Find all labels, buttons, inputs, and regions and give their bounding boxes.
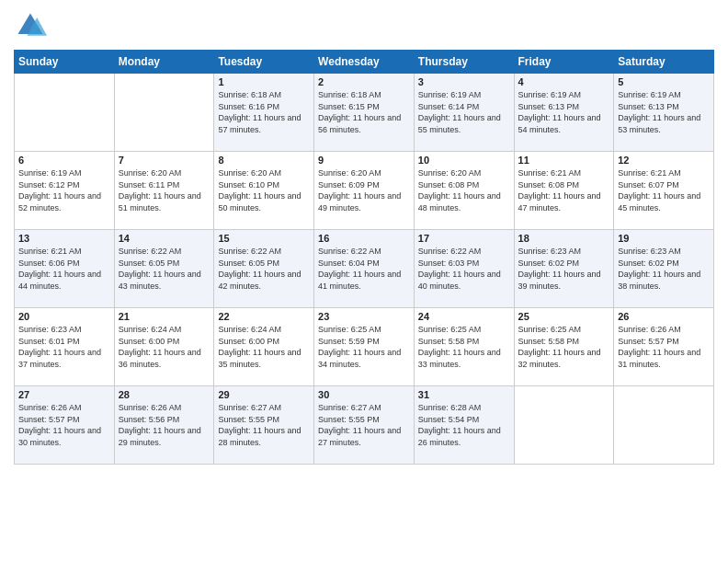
day-cell: 29Sunrise: 6:27 AMSunset: 5:55 PMDayligh… — [214, 386, 314, 465]
day-cell: 31Sunrise: 6:28 AMSunset: 5:54 PMDayligh… — [414, 386, 514, 465]
week-row-3: 13Sunrise: 6:21 AMSunset: 6:06 PMDayligh… — [15, 230, 714, 308]
day-cell: 5Sunrise: 6:19 AMSunset: 6:13 PMDaylight… — [614, 74, 714, 152]
day-number: 5 — [618, 76, 710, 87]
logo-icon — [14, 9, 47, 42]
day-cell: 6Sunrise: 6:19 AMSunset: 6:12 PMDaylight… — [15, 152, 115, 230]
day-number: 26 — [618, 311, 710, 322]
day-info: Sunrise: 6:27 AMSunset: 5:55 PMDaylight:… — [218, 402, 310, 448]
day-info: Sunrise: 6:23 AMSunset: 6:02 PMDaylight:… — [518, 246, 610, 292]
day-info: Sunrise: 6:22 AMSunset: 6:05 PMDaylight:… — [119, 246, 210, 292]
header-cell-wednesday: Wednesday — [314, 51, 415, 74]
day-cell: 18Sunrise: 6:23 AMSunset: 6:02 PMDayligh… — [514, 230, 614, 308]
day-number: 18 — [518, 233, 610, 244]
week-row-5: 27Sunrise: 6:26 AMSunset: 5:57 PMDayligh… — [15, 386, 714, 465]
day-number: 17 — [418, 233, 510, 244]
day-info: Sunrise: 6:22 AMSunset: 6:03 PMDaylight:… — [418, 246, 510, 292]
day-info: Sunrise: 6:25 AMSunset: 5:58 PMDaylight:… — [518, 324, 610, 370]
header-cell-saturday: Saturday — [614, 51, 714, 74]
day-cell: 11Sunrise: 6:21 AMSunset: 6:08 PMDayligh… — [514, 152, 614, 230]
day-cell: 4Sunrise: 6:19 AMSunset: 6:13 PMDaylight… — [514, 74, 614, 152]
day-number: 23 — [318, 311, 410, 322]
day-info: Sunrise: 6:26 AMSunset: 5:57 PMDaylight:… — [618, 324, 710, 370]
day-cell — [114, 74, 214, 152]
day-info: Sunrise: 6:23 AMSunset: 6:01 PMDaylight:… — [18, 324, 110, 370]
day-number: 16 — [318, 233, 410, 244]
day-number: 28 — [119, 389, 210, 400]
calendar-page: SundayMondayTuesdayWednesdayThursdayFrid… — [0, 0, 728, 563]
day-info: Sunrise: 6:20 AMSunset: 6:11 PMDaylight:… — [119, 167, 210, 213]
day-cell: 8Sunrise: 6:20 AMSunset: 6:10 PMDaylight… — [214, 152, 314, 230]
day-cell: 27Sunrise: 6:26 AMSunset: 5:57 PMDayligh… — [15, 386, 115, 465]
day-number: 13 — [18, 233, 110, 244]
day-cell: 19Sunrise: 6:23 AMSunset: 6:02 PMDayligh… — [614, 230, 714, 308]
header-cell-thursday: Thursday — [414, 51, 514, 74]
day-info: Sunrise: 6:22 AMSunset: 6:04 PMDaylight:… — [318, 246, 410, 292]
day-number: 4 — [518, 76, 610, 87]
day-info: Sunrise: 6:19 AMSunset: 6:13 PMDaylight:… — [618, 89, 710, 135]
day-info: Sunrise: 6:21 AMSunset: 6:08 PMDaylight:… — [518, 167, 610, 213]
day-number: 7 — [119, 155, 210, 166]
day-cell: 7Sunrise: 6:20 AMSunset: 6:11 PMDaylight… — [114, 152, 214, 230]
day-cell: 9Sunrise: 6:20 AMSunset: 6:09 PMDaylight… — [314, 152, 415, 230]
day-info: Sunrise: 6:27 AMSunset: 5:55 PMDaylight:… — [318, 402, 410, 448]
day-info: Sunrise: 6:19 AMSunset: 6:14 PMDaylight:… — [418, 89, 510, 135]
calendar-table: SundayMondayTuesdayWednesdayThursdayFrid… — [14, 50, 714, 465]
week-row-2: 6Sunrise: 6:19 AMSunset: 6:12 PMDaylight… — [15, 152, 714, 230]
day-cell: 20Sunrise: 6:23 AMSunset: 6:01 PMDayligh… — [15, 308, 115, 386]
header — [14, 9, 714, 42]
day-number: 19 — [618, 233, 710, 244]
day-number: 9 — [318, 155, 410, 166]
day-info: Sunrise: 6:28 AMSunset: 5:54 PMDaylight:… — [418, 402, 510, 448]
day-info: Sunrise: 6:21 AMSunset: 6:06 PMDaylight:… — [18, 246, 110, 292]
header-cell-friday: Friday — [514, 51, 614, 74]
header-cell-sunday: Sunday — [15, 51, 115, 74]
day-number: 8 — [218, 155, 310, 166]
day-number: 14 — [119, 233, 210, 244]
day-cell: 17Sunrise: 6:22 AMSunset: 6:03 PMDayligh… — [414, 230, 514, 308]
day-number: 6 — [18, 155, 110, 166]
day-number: 10 — [418, 155, 510, 166]
day-number: 31 — [418, 389, 510, 400]
header-cell-tuesday: Tuesday — [214, 51, 314, 74]
day-cell: 3Sunrise: 6:19 AMSunset: 6:14 PMDaylight… — [414, 74, 514, 152]
day-number: 21 — [119, 311, 210, 322]
day-number: 24 — [418, 311, 510, 322]
day-number: 2 — [318, 76, 410, 87]
day-info: Sunrise: 6:21 AMSunset: 6:07 PMDaylight:… — [618, 167, 710, 213]
day-number: 22 — [218, 311, 310, 322]
day-cell: 14Sunrise: 6:22 AMSunset: 6:05 PMDayligh… — [114, 230, 214, 308]
day-cell — [15, 74, 115, 152]
day-info: Sunrise: 6:18 AMSunset: 6:16 PMDaylight:… — [218, 89, 310, 135]
day-number: 20 — [18, 311, 110, 322]
day-info: Sunrise: 6:18 AMSunset: 6:15 PMDaylight:… — [318, 89, 410, 135]
day-cell: 16Sunrise: 6:22 AMSunset: 6:04 PMDayligh… — [314, 230, 415, 308]
day-number: 12 — [618, 155, 710, 166]
day-cell: 30Sunrise: 6:27 AMSunset: 5:55 PMDayligh… — [314, 386, 415, 465]
day-info: Sunrise: 6:23 AMSunset: 6:02 PMDaylight:… — [618, 246, 710, 292]
header-row: SundayMondayTuesdayWednesdayThursdayFrid… — [15, 51, 714, 74]
logo — [14, 9, 52, 42]
day-info: Sunrise: 6:20 AMSunset: 6:08 PMDaylight:… — [418, 167, 510, 213]
day-info: Sunrise: 6:25 AMSunset: 5:59 PMDaylight:… — [318, 324, 410, 370]
day-cell: 24Sunrise: 6:25 AMSunset: 5:58 PMDayligh… — [414, 308, 514, 386]
day-cell: 22Sunrise: 6:24 AMSunset: 6:00 PMDayligh… — [214, 308, 314, 386]
week-row-4: 20Sunrise: 6:23 AMSunset: 6:01 PMDayligh… — [15, 308, 714, 386]
day-cell: 26Sunrise: 6:26 AMSunset: 5:57 PMDayligh… — [614, 308, 714, 386]
day-info: Sunrise: 6:25 AMSunset: 5:58 PMDaylight:… — [418, 324, 510, 370]
day-cell: 21Sunrise: 6:24 AMSunset: 6:00 PMDayligh… — [114, 308, 214, 386]
day-cell: 13Sunrise: 6:21 AMSunset: 6:06 PMDayligh… — [15, 230, 115, 308]
week-row-1: 1Sunrise: 6:18 AMSunset: 6:16 PMDaylight… — [15, 74, 714, 152]
day-info: Sunrise: 6:26 AMSunset: 5:56 PMDaylight:… — [119, 402, 210, 448]
day-cell: 23Sunrise: 6:25 AMSunset: 5:59 PMDayligh… — [314, 308, 415, 386]
day-number: 29 — [218, 389, 310, 400]
day-info: Sunrise: 6:22 AMSunset: 6:05 PMDaylight:… — [218, 246, 310, 292]
day-number: 11 — [518, 155, 610, 166]
day-cell: 10Sunrise: 6:20 AMSunset: 6:08 PMDayligh… — [414, 152, 514, 230]
day-number: 3 — [418, 76, 510, 87]
day-cell: 25Sunrise: 6:25 AMSunset: 5:58 PMDayligh… — [514, 308, 614, 386]
day-cell — [514, 386, 614, 465]
day-number: 30 — [318, 389, 410, 400]
day-number: 1 — [218, 76, 310, 87]
day-info: Sunrise: 6:26 AMSunset: 5:57 PMDaylight:… — [18, 402, 110, 448]
day-number: 27 — [18, 389, 110, 400]
